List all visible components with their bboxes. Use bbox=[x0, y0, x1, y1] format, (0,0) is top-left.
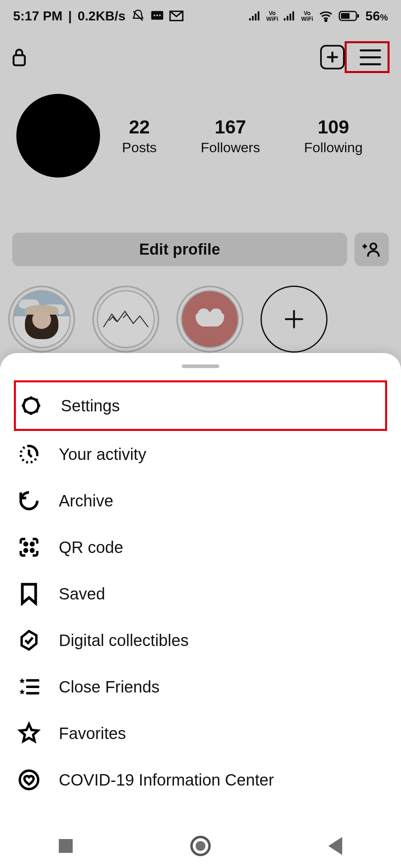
menu-item-settings[interactable]: Settings bbox=[14, 380, 387, 431]
menu-label: Digital collectibles bbox=[59, 631, 189, 650]
bookmark-icon bbox=[17, 582, 41, 606]
menu-item-covid[interactable]: COVID-19 Information Center bbox=[14, 757, 387, 803]
following-count: 109 bbox=[304, 116, 363, 138]
posts-label: Posts bbox=[122, 140, 157, 155]
svg-rect-12 bbox=[292, 11, 294, 20]
archive-icon bbox=[17, 489, 41, 513]
highlight-hamburger bbox=[345, 41, 390, 73]
lock-icon bbox=[11, 48, 27, 67]
svg-rect-7 bbox=[255, 13, 256, 20]
close-friends-icon bbox=[17, 675, 41, 699]
story-highlights bbox=[8, 286, 401, 353]
sheet-grabber[interactable] bbox=[182, 364, 219, 368]
menu-item-saved[interactable]: Saved bbox=[14, 571, 387, 617]
signal-icon-2 bbox=[284, 11, 295, 21]
following-label: Following bbox=[304, 140, 363, 155]
star-icon bbox=[17, 721, 41, 745]
svg-rect-15 bbox=[357, 14, 359, 18]
menu-bottom-sheet: Settings Your activity Archive QR code bbox=[0, 353, 401, 868]
heart-circle-icon bbox=[17, 768, 41, 792]
menu-item-close-friends[interactable]: Close Friends bbox=[14, 664, 387, 710]
svg-point-18 bbox=[370, 243, 376, 249]
stat-following[interactable]: 109 Following bbox=[304, 116, 363, 155]
menu-item-favorites[interactable]: Favorites bbox=[14, 710, 387, 757]
svg-point-13 bbox=[325, 20, 327, 21]
discover-people-button[interactable] bbox=[354, 233, 389, 266]
gear-icon bbox=[19, 394, 43, 417]
mute-icon bbox=[131, 9, 145, 23]
menu-label: QR code bbox=[59, 538, 123, 557]
profile-avatar[interactable] bbox=[16, 94, 100, 178]
nav-back-button[interactable] bbox=[328, 837, 342, 855]
system-nav-bar bbox=[0, 824, 401, 868]
menu-label: Saved bbox=[59, 585, 105, 603]
svg-rect-11 bbox=[290, 13, 291, 20]
menu-item-activity[interactable]: Your activity bbox=[14, 431, 387, 477]
battery-percent: 56% bbox=[365, 9, 388, 24]
highlight-1[interactable] bbox=[8, 286, 75, 353]
svg-point-3 bbox=[159, 15, 161, 16]
wifi-icon bbox=[319, 11, 333, 21]
svg-rect-8 bbox=[258, 11, 259, 20]
followers-count: 167 bbox=[200, 116, 260, 138]
svg-point-21 bbox=[31, 543, 33, 545]
status-time: 5:17 PM bbox=[13, 9, 62, 24]
menu-item-archive[interactable]: Archive bbox=[14, 477, 387, 524]
qr-icon bbox=[17, 535, 41, 559]
svg-point-20 bbox=[25, 543, 27, 545]
menu-label: COVID-19 Information Center bbox=[59, 771, 274, 789]
highlight-2[interactable] bbox=[92, 286, 159, 353]
svg-rect-10 bbox=[287, 16, 288, 20]
signal-icon-1 bbox=[249, 11, 261, 21]
svg-rect-17 bbox=[13, 55, 25, 65]
status-netspeed: 0.2KB/s bbox=[78, 9, 125, 24]
svg-point-2 bbox=[156, 15, 158, 16]
menu-button[interactable] bbox=[360, 45, 384, 69]
activity-icon bbox=[17, 442, 41, 466]
sms-icon bbox=[151, 10, 164, 22]
menu-label: Favorites bbox=[59, 724, 126, 743]
status-bar: 5:17 PM | 0.2KB/s Vo WiFi bbox=[0, 0, 401, 32]
profile-app-bar bbox=[0, 39, 401, 75]
posts-count: 22 bbox=[122, 116, 157, 138]
menu-label: Settings bbox=[61, 397, 120, 415]
svg-point-23 bbox=[31, 549, 33, 552]
gmail-icon bbox=[169, 11, 183, 21]
hexagon-check-icon bbox=[17, 628, 41, 652]
nav-recent-button[interactable] bbox=[59, 839, 73, 853]
svg-rect-9 bbox=[284, 18, 285, 21]
edit-profile-button[interactable]: Edit profile bbox=[12, 233, 347, 266]
status-separator: | bbox=[68, 9, 72, 24]
menu-label: Archive bbox=[59, 492, 113, 510]
svg-rect-5 bbox=[249, 18, 251, 21]
followers-label: Followers bbox=[200, 140, 260, 155]
battery-icon bbox=[339, 10, 360, 22]
vowifi-label-2: Vo WiFi bbox=[301, 10, 313, 22]
svg-point-22 bbox=[25, 549, 27, 552]
menu-label: Close Friends bbox=[59, 678, 160, 696]
svg-point-1 bbox=[154, 15, 155, 16]
highlight-3[interactable] bbox=[176, 286, 243, 353]
profile-header: 22 Posts 167 Followers 109 Following bbox=[0, 94, 401, 178]
stat-followers[interactable]: 167 Followers bbox=[200, 116, 260, 155]
create-button[interactable] bbox=[320, 45, 345, 69]
svg-point-24 bbox=[20, 771, 38, 789]
svg-rect-16 bbox=[341, 13, 350, 19]
svg-point-19 bbox=[24, 398, 38, 413]
menu-item-collectibles[interactable]: Digital collectibles bbox=[14, 617, 387, 664]
edit-profile-label: Edit profile bbox=[139, 241, 220, 258]
highlight-new[interactable] bbox=[261, 286, 327, 353]
menu-item-qr[interactable]: QR code bbox=[14, 524, 387, 571]
menu-label: Your activity bbox=[59, 445, 146, 464]
edit-profile-row: Edit profile bbox=[12, 233, 389, 266]
vowifi-label-1: Vo WiFi bbox=[266, 10, 278, 22]
nav-home-button[interactable] bbox=[190, 836, 211, 856]
svg-rect-6 bbox=[252, 16, 254, 20]
stat-posts[interactable]: 22 Posts bbox=[122, 116, 157, 155]
